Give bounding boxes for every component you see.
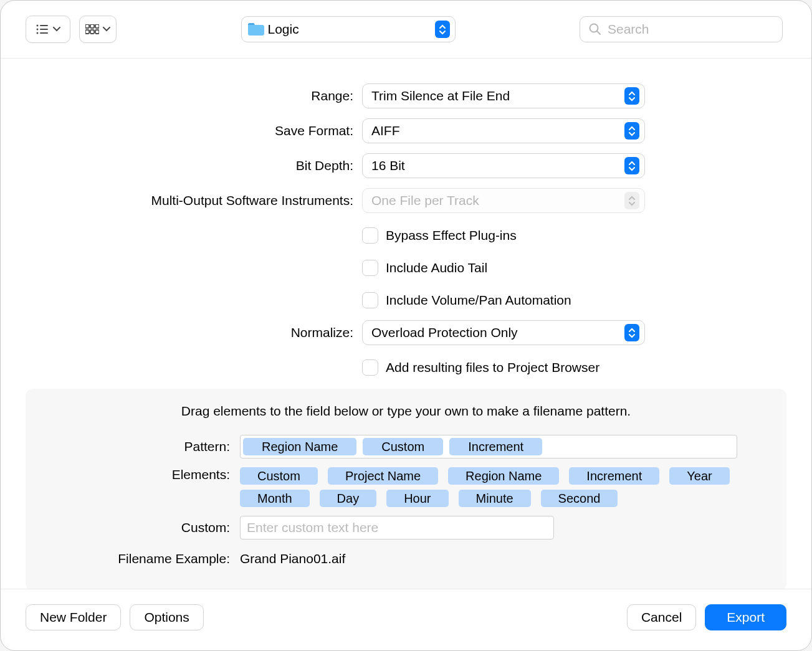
element-tag[interactable]: Month xyxy=(240,490,310,507)
options-button[interactable]: Options xyxy=(130,604,203,630)
svg-rect-9 xyxy=(85,30,89,34)
element-tag[interactable]: Custom xyxy=(240,467,318,485)
multi-output-popup: One File per Track xyxy=(362,188,645,213)
pattern-tag[interactable]: Increment xyxy=(449,438,542,455)
range-label: Range: xyxy=(26,88,362,103)
location-popup[interactable]: Logic xyxy=(241,16,456,42)
svg-point-0 xyxy=(37,25,39,27)
svg-point-4 xyxy=(37,32,39,34)
bypass-label: Bypass Effect Plug-ins xyxy=(386,228,517,243)
footer: New Folder Options Cancel Export xyxy=(1,589,811,650)
include-automation-checkbox[interactable] xyxy=(362,292,378,308)
export-dialog: Logic Range: Trim Silence at File End xyxy=(0,0,812,651)
search-icon xyxy=(589,23,601,36)
element-tag[interactable]: Project Name xyxy=(328,467,438,485)
save-format-label: Save Format: xyxy=(26,123,362,138)
toolbar: Logic xyxy=(1,1,811,58)
filename-pattern-panel: Drag elements to the field below or type… xyxy=(26,389,786,589)
grid-icon xyxy=(85,24,99,34)
element-tag[interactable]: Minute xyxy=(459,490,531,507)
bit-depth-value: 16 Bit xyxy=(371,158,624,173)
add-to-browser-checkbox[interactable] xyxy=(362,359,378,376)
svg-rect-5 xyxy=(40,32,48,34)
normalize-value: Overload Protection Only xyxy=(371,325,624,340)
svg-rect-6 xyxy=(85,24,89,28)
svg-point-2 xyxy=(37,29,39,31)
include-automation-label: Include Volume/Pan Automation xyxy=(386,293,571,308)
include-tail-checkbox[interactable] xyxy=(362,260,378,276)
updown-icon xyxy=(624,122,639,140)
svg-rect-10 xyxy=(90,30,94,34)
svg-rect-7 xyxy=(90,24,94,28)
svg-rect-1 xyxy=(40,25,48,26)
folder-icon xyxy=(247,22,264,36)
pattern-tag[interactable]: Custom xyxy=(363,438,443,455)
updown-icon xyxy=(624,87,639,105)
element-tag[interactable]: Year xyxy=(669,467,729,485)
export-button[interactable]: Export xyxy=(705,604,786,630)
location-name: Logic xyxy=(268,22,299,37)
save-format-value: AIFF xyxy=(371,123,624,138)
add-to-browser-label: Add resulting files to Project Browser xyxy=(386,360,599,375)
content: Range: Trim Silence at File End Save For… xyxy=(1,59,811,589)
custom-label: Custom: xyxy=(45,520,240,535)
normalize-popup[interactable]: Overload Protection Only xyxy=(362,320,645,345)
pattern-tag[interactable]: Region Name xyxy=(243,438,356,455)
normalize-label: Normalize: xyxy=(26,325,362,340)
list-icon xyxy=(36,24,49,34)
multi-output-label: Multi-Output Software Instruments: xyxy=(26,193,362,208)
updown-icon xyxy=(624,192,639,209)
updown-icon xyxy=(435,21,450,38)
filename-example-value: Grand Piano01.aif xyxy=(240,551,345,566)
chevron-down-icon xyxy=(103,27,110,32)
include-tail-label: Include Audio Tail xyxy=(386,260,487,275)
multi-output-value: One File per Track xyxy=(371,193,624,208)
elements-palette: Custom Project Name Region Name Incremen… xyxy=(240,467,737,507)
cancel-button[interactable]: Cancel xyxy=(627,604,696,630)
element-tag[interactable]: Increment xyxy=(569,467,659,485)
search-field-wrap xyxy=(580,16,783,42)
new-folder-button[interactable]: New Folder xyxy=(26,604,121,630)
pattern-field[interactable]: Region Name Custom Increment xyxy=(240,435,737,459)
example-label: Filename Example: xyxy=(45,551,240,566)
save-format-popup[interactable]: AIFF xyxy=(362,118,645,143)
element-tag[interactable]: Day xyxy=(320,490,377,507)
pattern-label: Pattern: xyxy=(45,439,240,454)
element-tag[interactable]: Region Name xyxy=(448,467,559,485)
bit-depth-label: Bit Depth: xyxy=(26,158,362,173)
element-tag[interactable]: Second xyxy=(541,490,618,507)
chevron-down-icon xyxy=(53,27,60,32)
range-popup[interactable]: Trim Silence at File End xyxy=(362,83,645,108)
sidebar-view-button[interactable] xyxy=(26,16,70,43)
svg-rect-8 xyxy=(95,24,99,28)
range-value: Trim Silence at File End xyxy=(371,88,624,103)
search-input[interactable] xyxy=(606,21,773,37)
updown-icon xyxy=(624,157,639,174)
bit-depth-popup[interactable]: 16 Bit xyxy=(362,153,645,178)
elements-label: Elements: xyxy=(45,467,240,482)
element-tag[interactable]: Hour xyxy=(386,490,448,507)
svg-rect-11 xyxy=(95,30,99,34)
grouping-button[interactable] xyxy=(79,16,117,43)
updown-icon xyxy=(624,324,639,341)
custom-text-input[interactable] xyxy=(240,516,554,539)
bypass-checkbox[interactable] xyxy=(362,227,378,244)
panel-instruction: Drag elements to the field below or type… xyxy=(45,404,767,419)
svg-rect-3 xyxy=(40,29,48,30)
